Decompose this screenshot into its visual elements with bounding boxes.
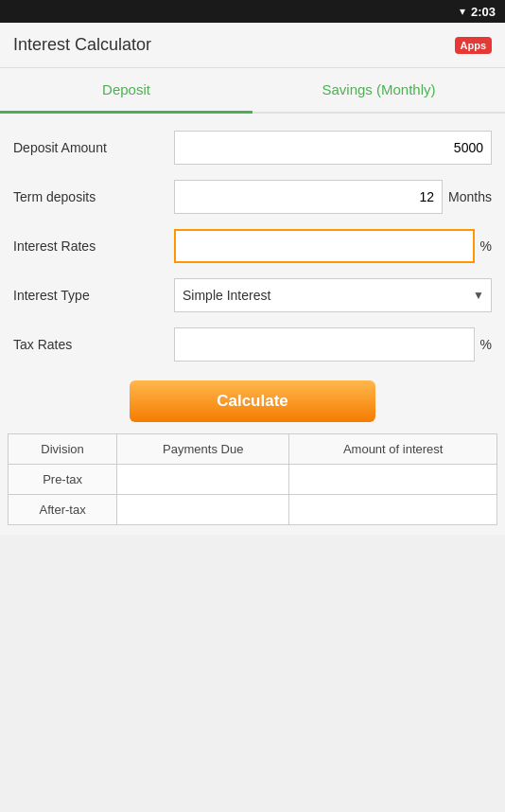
term-deposits-input[interactable] bbox=[174, 180, 443, 214]
col-payments-due: Payments Due bbox=[117, 434, 289, 465]
app-title: Interest Calculator bbox=[13, 35, 151, 55]
status-bar: ▾ 2:03 bbox=[0, 0, 505, 23]
deposit-amount-input-wrapper bbox=[174, 131, 492, 165]
interest-rates-input-wrapper: % bbox=[174, 229, 492, 263]
pretax-label: Pre-tax bbox=[9, 465, 117, 495]
calculate-btn-wrapper: Calculate bbox=[0, 369, 505, 433]
results-table: Division Payments Due Amount of interest… bbox=[8, 433, 497, 525]
main-content: Deposit Amount Term deposits Months Inte… bbox=[0, 114, 505, 535]
status-time: 2:03 bbox=[471, 5, 496, 19]
interest-rates-label: Interest Rates bbox=[13, 238, 174, 254]
interest-type-select[interactable]: Simple Interest Compound Interest bbox=[174, 278, 492, 312]
tab-deposit[interactable]: Deposit bbox=[0, 68, 252, 114]
apps-badge[interactable]: Apps bbox=[455, 37, 493, 54]
term-deposits-unit: Months bbox=[448, 189, 492, 204]
aftertax-payments bbox=[117, 495, 289, 525]
tax-rates-input-wrapper: % bbox=[174, 327, 492, 362]
tax-rates-unit: % bbox=[480, 337, 492, 352]
app-bar: Interest Calculator Apps bbox=[0, 23, 505, 68]
wifi-icon: ▾ bbox=[460, 5, 465, 18]
tab-savings-monthly[interactable]: Savings (Monthly) bbox=[252, 68, 505, 112]
tax-rates-label: Tax Rates bbox=[13, 337, 174, 352]
tabs-container: Deposit Savings (Monthly) bbox=[0, 68, 505, 114]
tax-rates-input[interactable] bbox=[174, 327, 475, 362]
deposit-amount-input[interactable] bbox=[174, 131, 492, 165]
pretax-amount bbox=[289, 465, 497, 495]
aftertax-label: After-tax bbox=[9, 495, 117, 525]
table-row: After-tax bbox=[9, 495, 497, 525]
calculate-button[interactable]: Calculate bbox=[130, 380, 375, 422]
col-amount-interest: Amount of interest bbox=[289, 434, 497, 465]
table-row: Pre-tax bbox=[9, 465, 497, 495]
term-deposits-input-wrapper: Months bbox=[174, 180, 492, 214]
interest-rates-row: Interest Rates % bbox=[0, 221, 505, 271]
term-deposits-row: Term deposits Months bbox=[0, 172, 505, 221]
interest-type-select-wrapper: Simple Interest Compound Interest ▼ bbox=[174, 278, 492, 312]
deposit-amount-label: Deposit Amount bbox=[13, 140, 174, 155]
pretax-payments bbox=[117, 465, 289, 495]
tax-rates-row: Tax Rates % bbox=[0, 320, 505, 369]
interest-rates-unit: % bbox=[480, 238, 492, 254]
interest-rates-input[interactable] bbox=[174, 229, 475, 263]
deposit-amount-row: Deposit Amount bbox=[0, 123, 505, 172]
table-header-row: Division Payments Due Amount of interest bbox=[9, 434, 497, 465]
col-division: Division bbox=[9, 434, 117, 465]
term-deposits-label: Term deposits bbox=[13, 189, 174, 204]
interest-type-row: Interest Type Simple Interest Compound I… bbox=[0, 271, 505, 320]
aftertax-amount bbox=[289, 495, 497, 525]
interest-type-label: Interest Type bbox=[13, 288, 174, 303]
interest-type-input-wrapper: Simple Interest Compound Interest ▼ bbox=[174, 278, 492, 312]
